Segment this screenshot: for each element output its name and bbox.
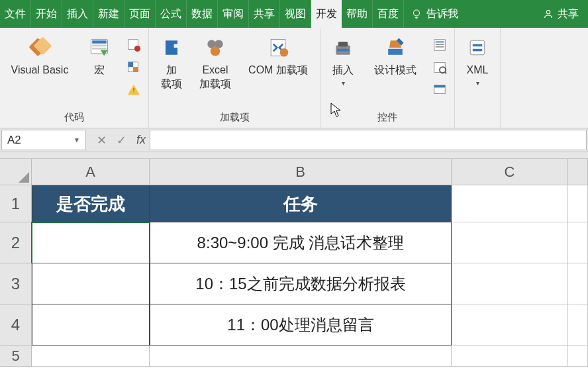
cell-C2[interactable]: [452, 222, 568, 263]
svg-line-29: [444, 71, 446, 73]
group-xml: XML ▾: [455, 28, 501, 128]
share-button[interactable]: 共享: [534, 0, 588, 28]
row-header-2[interactable]: 2: [0, 222, 32, 263]
chevron-down-icon: ▾: [342, 79, 345, 87]
name-box[interactable]: A2 ▼: [1, 130, 86, 150]
addin-button[interactable]: 加 载项: [154, 30, 189, 91]
macro-icon: [86, 34, 113, 61]
xml-label: XML: [467, 64, 489, 77]
tab-home[interactable]: 开始: [31, 0, 62, 28]
col-header-B[interactable]: B: [150, 159, 452, 185]
com-addin-label: COM 加载项: [248, 64, 308, 77]
tell-me[interactable]: 告诉我: [404, 0, 465, 28]
cell-B3[interactable]: 10：15之前完成数据分析报表: [150, 263, 452, 304]
svg-rect-22: [388, 49, 403, 55]
tab-review[interactable]: 审阅: [218, 0, 249, 28]
formula-bar-expand[interactable]: [0, 152, 588, 159]
cell-D4[interactable]: [568, 304, 588, 345]
relative-ref-button[interactable]: [124, 58, 143, 77]
excel-addin-label: Excel 加载项: [199, 64, 231, 91]
view-code-icon: [432, 60, 447, 75]
cell-B2[interactable]: 8:30~9:00 完成 消息话术整理: [150, 222, 452, 263]
cancel-button[interactable]: ✕: [94, 133, 109, 148]
cell-B4[interactable]: 11：00处理消息留言: [150, 304, 452, 345]
col-header-A[interactable]: A: [32, 159, 150, 185]
group-controls-label: 控件: [377, 109, 397, 128]
row-header-3[interactable]: 3: [0, 263, 32, 304]
tell-me-label: 告诉我: [426, 7, 458, 21]
cell-A4[interactable]: [32, 304, 150, 345]
properties-button[interactable]: [430, 36, 449, 54]
cell-D3[interactable]: [568, 263, 588, 304]
svg-rect-31: [434, 85, 446, 88]
cell-C1[interactable]: [452, 185, 568, 222]
tab-help[interactable]: 帮助: [342, 0, 373, 28]
cell-A5[interactable]: [32, 345, 150, 367]
addin-icon: [158, 34, 185, 61]
cell-C5[interactable]: [452, 345, 568, 367]
formula-input[interactable]: [150, 130, 587, 150]
ribbon: Visual Basic 宏 ! 代码 加 载项: [0, 28, 588, 128]
tab-file[interactable]: 文件: [0, 0, 31, 28]
cell-D2[interactable]: [568, 222, 588, 263]
cell-D5[interactable]: [568, 345, 588, 367]
svg-rect-6: [92, 45, 107, 47]
svg-rect-11: [128, 62, 133, 67]
person-icon: [543, 9, 554, 19]
group-code-label: 代码: [64, 109, 84, 128]
run-dialog-button[interactable]: [430, 81, 449, 99]
design-mode-button[interactable]: 设计模式: [368, 30, 422, 77]
excel-addin-button[interactable]: Excel 加载项: [197, 30, 234, 91]
record-macro-button[interactable]: [124, 36, 143, 54]
row-header-4[interactable]: 4: [0, 304, 32, 345]
fx-icon[interactable]: fx: [132, 133, 150, 147]
group-code: Visual Basic 宏 ! 代码: [0, 28, 149, 128]
cell-B1[interactable]: 任务: [150, 185, 452, 222]
tab-baidu[interactable]: 百度: [373, 0, 404, 28]
tab-insert[interactable]: 插入: [62, 0, 93, 28]
col-header-C[interactable]: C: [452, 159, 568, 185]
macro-security-button[interactable]: !: [124, 81, 143, 99]
tab-developer[interactable]: 开发: [311, 0, 342, 28]
view-code-button[interactable]: [430, 58, 449, 77]
chevron-down-icon: ▼: [74, 136, 80, 144]
share-label: 共享: [558, 7, 579, 21]
visual-basic-label: Visual Basic: [11, 64, 69, 77]
row-header-5[interactable]: 5: [0, 345, 32, 367]
warning-icon: !: [126, 83, 141, 97]
visual-basic-button[interactable]: Visual Basic: [5, 30, 74, 77]
cell-D1[interactable]: [568, 185, 588, 222]
group-addins: 加 载项 Excel 加载项 COM 加载项 加载项: [149, 28, 320, 128]
xml-button[interactable]: XML ▾: [460, 30, 495, 87]
group-xml-label: [476, 110, 479, 128]
svg-rect-5: [92, 40, 107, 43]
macro-button[interactable]: 宏: [82, 30, 117, 77]
lightbulb-icon: [411, 8, 422, 20]
col-header-extra[interactable]: [568, 159, 588, 185]
svg-rect-34: [473, 49, 482, 52]
tab-share[interactable]: 共享: [249, 0, 280, 28]
tab-new[interactable]: 新建: [93, 0, 124, 28]
select-all-corner[interactable]: [0, 159, 32, 185]
confirm-button[interactable]: ✓: [114, 133, 128, 148]
cell-C4[interactable]: [452, 304, 568, 345]
com-addin-button[interactable]: COM 加载项: [242, 30, 315, 77]
svg-rect-7: [92, 48, 107, 50]
row-header-1[interactable]: 1: [0, 185, 32, 222]
tab-data[interactable]: 数据: [187, 0, 218, 28]
cell-B5[interactable]: [150, 345, 452, 367]
cell-A3[interactable]: [32, 263, 150, 304]
tab-page[interactable]: 页面: [124, 0, 156, 28]
svg-point-16: [211, 46, 220, 56]
cell-A2[interactable]: [32, 222, 150, 263]
tab-view[interactable]: 视图: [280, 0, 311, 28]
xml-icon: [464, 34, 491, 61]
cell-A1[interactable]: 是否完成: [32, 185, 150, 222]
macro-label: 宏: [94, 64, 105, 77]
insert-control-button[interactable]: 插入 ▾: [326, 30, 360, 87]
svg-point-0: [414, 10, 420, 16]
chevron-down-icon: ▾: [476, 79, 479, 87]
tab-formulas[interactable]: 公式: [156, 0, 187, 28]
addin-label: 加 载项: [161, 64, 182, 91]
cell-C3[interactable]: [452, 263, 568, 304]
